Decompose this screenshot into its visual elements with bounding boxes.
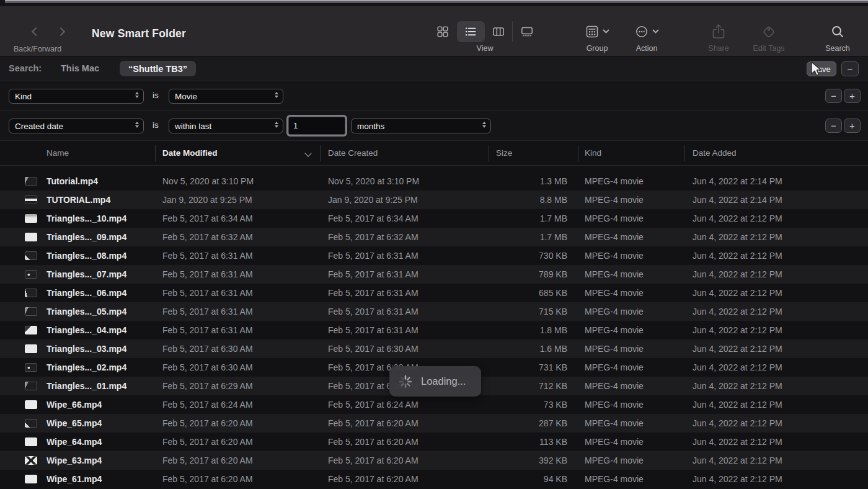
action-button[interactable]: Action: [624, 21, 670, 53]
video-thumbnail-icon: [25, 251, 37, 260]
date-added-cell: Jun 4, 2022 at 2:12 PM: [693, 209, 860, 228]
size-cell: 789 KB: [489, 265, 567, 284]
column-header-size[interactable]: Size: [496, 141, 512, 166]
view-label: View: [477, 44, 494, 53]
icon-view-button[interactable]: [429, 21, 457, 42]
chevron-updown-icon: [482, 122, 486, 128]
list-view-button[interactable]: [457, 21, 485, 42]
file-name: Triangles..._02.mp4: [46, 358, 153, 377]
months-unit-select[interactable]: months: [351, 119, 491, 133]
file-name: Wipe_61.mp4: [46, 470, 153, 488]
date-added-cell: Jun 4, 2022 at 2:12 PM: [693, 358, 860, 377]
column-header-kind[interactable]: Kind: [585, 141, 601, 166]
video-thumbnail-icon: [25, 326, 37, 334]
action-label: Action: [636, 44, 658, 53]
window-top-edge-bar: [5, 0, 868, 3]
kind-attribute-select[interactable]: Kind: [9, 89, 144, 104]
table-row[interactable]: Wipe_65.mp4 Feb 5, 2017 at 6:20 AM Feb 5…: [0, 414, 868, 433]
size-cell: 1.3 MB: [489, 172, 567, 191]
date-added-cell: Jun 4, 2022 at 2:12 PM: [693, 265, 860, 284]
column-divider[interactable]: [489, 145, 489, 161]
grid-view-icon: [436, 25, 450, 38]
date-added-cell: Jun 4, 2022 at 2:12 PM: [693, 284, 860, 302]
video-thumbnail-icon: [25, 363, 37, 372]
column-divider[interactable]: [684, 145, 685, 161]
size-cell: 287 KB: [489, 414, 567, 433]
chevron-updown-icon: [275, 122, 278, 128]
add-filter-button[interactable]: +: [844, 119, 861, 133]
search-button[interactable]: Search: [819, 21, 856, 53]
within-last-operator-select[interactable]: within last: [169, 119, 283, 133]
video-thumbnail-icon: [25, 344, 37, 353]
forward-button[interactable]: [55, 25, 67, 38]
movie-value: Movie: [175, 92, 197, 101]
scope-this-mac[interactable]: This Mac: [61, 63, 99, 73]
kind-cell: MPEG-4 movie: [585, 265, 683, 284]
group-button[interactable]: Group: [570, 21, 624, 53]
date-created-cell: Feb 5, 2017 at 6:24 AM: [328, 395, 486, 414]
table-row[interactable]: Wipe_61.mp4 Feb 5, 2017 at 6:20 AM Feb 5…: [0, 470, 868, 488]
date-modified-cell: Feb 5, 2017 at 6:31 AM: [162, 265, 317, 284]
table-row[interactable]: Triangles..._03.mp4 Feb 5, 2017 at 6:30 …: [0, 339, 868, 358]
column-view-button[interactable]: [485, 21, 513, 42]
file-table-body: Tutorial.mp4 Nov 5, 2020 at 3:10 PM Nov …: [0, 166, 868, 489]
table-row[interactable]: Triangles..._05.mp4 Feb 5, 2017 at 6:31 …: [0, 302, 868, 321]
date-created-cell: Feb 5, 2017 at 6:20 AM: [328, 470, 486, 488]
movie-value-select[interactable]: Movie: [169, 89, 283, 104]
size-cell: 715 KB: [489, 302, 567, 321]
edit-tags-button[interactable]: Edit Tags: [744, 21, 794, 53]
table-row[interactable]: Triangles..._06.mp4 Feb 5, 2017 at 6:31 …: [0, 284, 868, 302]
kind-cell: MPEG-4 movie: [585, 209, 683, 228]
share-button[interactable]: Share: [698, 21, 740, 53]
kind-cell: MPEG-4 movie: [585, 451, 683, 470]
date-created-cell: Feb 5, 2017 at 6:31 AM: [328, 265, 486, 284]
size-cell: 1.6 MB: [489, 339, 567, 358]
table-row[interactable]: Triangles..._09.mp4 Feb 5, 2017 at 6:32 …: [0, 228, 868, 246]
finder-smart-folder-window: Back/Forward New Smart Folder: [0, 0, 868, 489]
column-divider[interactable]: [578, 145, 578, 161]
date-created-cell: Feb 5, 2017 at 6:31 AM: [328, 284, 486, 302]
months-unit-value: months: [357, 122, 384, 131]
gallery-view-button[interactable]: [512, 21, 541, 42]
gallery-view-icon: [520, 25, 534, 38]
file-name: Triangles..._05.mp4: [46, 302, 153, 321]
table-row[interactable]: Triangles..._08.mp4 Feb 5, 2017 at 6:31 …: [0, 246, 868, 265]
remove-filter-button[interactable]: −: [825, 119, 842, 133]
search-scope-label: Search:: [9, 63, 42, 73]
created-date-attribute-select[interactable]: Created date: [9, 119, 144, 133]
date-added-cell: Jun 4, 2022 at 2:12 PM: [693, 321, 860, 339]
column-divider[interactable]: [155, 145, 156, 161]
search-label: Search: [825, 44, 850, 53]
table-row[interactable]: Triangles..._10.mp4 Feb 5, 2017 at 6:34 …: [0, 209, 868, 228]
column-header-date-modified[interactable]: Date Modified: [162, 141, 218, 166]
table-row[interactable]: Wipe_64.mp4 Feb 5, 2017 at 6:20 AM Feb 5…: [0, 433, 868, 451]
table-row[interactable]: Wipe_63.mp4 Feb 5, 2017 at 6:20 AM Feb 5…: [0, 451, 868, 470]
table-row[interactable]: TUTORIAL.mp4 Jan 9, 2020 at 9:25 PM Jan …: [0, 191, 868, 209]
table-row[interactable]: Triangles..._04.mp4 Feb 5, 2017 at 6:31 …: [0, 321, 868, 339]
file-name: Tutorial.mp4: [46, 172, 153, 191]
add-filter-button[interactable]: +: [844, 89, 861, 103]
size-cell: 8.8 MB: [489, 191, 567, 209]
table-row[interactable]: Tutorial.mp4 Nov 5, 2020 at 3:10 PM Nov …: [0, 172, 868, 191]
size-cell: 1.7 MB: [489, 228, 567, 246]
table-row[interactable]: Triangles..._07.mp4 Feb 5, 2017 at 6:31 …: [0, 265, 868, 284]
column-header-name[interactable]: Name: [46, 141, 69, 166]
remove-filter-button[interactable]: −: [825, 89, 842, 103]
table-row[interactable]: Wipe_66.mp4 Feb 5, 2017 at 6:24 AM Feb 5…: [0, 395, 868, 414]
chevron-left-icon: [32, 27, 40, 35]
size-cell: 392 KB: [489, 451, 567, 470]
video-thumbnail-icon: [25, 233, 37, 241]
column-header-date-created[interactable]: Date Created: [328, 141, 378, 166]
date-added-cell: Jun 4, 2022 at 2:12 PM: [693, 433, 860, 451]
date-added-cell: Jun 4, 2022 at 2:12 PM: [693, 339, 860, 358]
amount-input[interactable]: [288, 117, 345, 135]
back-button[interactable]: [30, 25, 42, 38]
date-modified-cell: Feb 5, 2017 at 6:30 AM: [162, 358, 317, 377]
column-divider[interactable]: [320, 145, 321, 161]
scope-shuttle-tb3-pill[interactable]: “Shuttle TB3”: [120, 61, 196, 76]
loading-overlay: Loading...: [389, 366, 481, 397]
remove-search-criteria-button[interactable]: −: [841, 61, 859, 76]
date-modified-cell: Feb 5, 2017 at 6:31 AM: [162, 321, 317, 339]
date-created-cell: Feb 5, 2017 at 6:34 AM: [328, 209, 486, 228]
column-header-date-added[interactable]: Date Added: [693, 141, 737, 166]
